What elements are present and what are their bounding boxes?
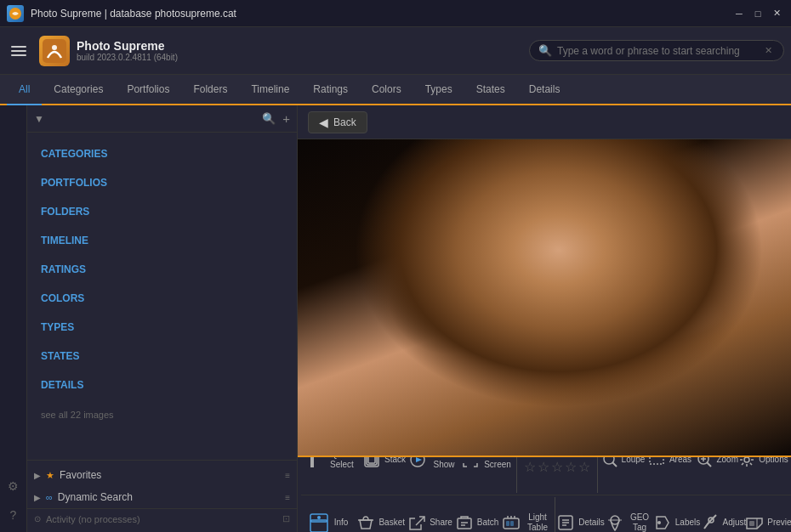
adjust-icon [701, 511, 720, 533]
tab-timeline[interactable]: Timeline [239, 75, 301, 105]
geo-tag-button[interactable]: GEO Tag [604, 506, 653, 533]
details-button[interactable]: Details [557, 506, 604, 533]
favorites-star-icon: ★ [46, 470, 54, 481]
tab-types[interactable]: Types [413, 75, 464, 105]
sidebar-item-categories[interactable]: CATEGORIES [27, 139, 297, 168]
geo-tag-icon [606, 511, 624, 533]
adjust-label: Adjust [723, 518, 747, 528]
back-bar: ◀ Back [298, 105, 791, 139]
app-name: Photo Supreme [77, 39, 178, 53]
loupe-button[interactable]: Loupe [600, 456, 646, 478]
tab-details[interactable]: Details [517, 75, 572, 105]
details-label: Details [578, 518, 605, 528]
star-rating-area: ☆ ☆ ☆ ☆ ☆ [519, 456, 595, 493]
tab-ratings[interactable]: Ratings [301, 75, 360, 105]
portrait-image [298, 139, 791, 456]
favorites-expand-arrow: ▶ [34, 471, 41, 480]
activity-label: Activity (no processes) [46, 514, 140, 524]
tab-portfolios[interactable]: Portfolios [115, 75, 181, 105]
sidebar-item-details[interactable]: DETAILS [27, 371, 297, 399]
sidebar-dynamic-search-item[interactable]: ▶ ∞ Dynamic Search ≡ [27, 486, 297, 508]
adjust-button[interactable]: Adjust [700, 506, 747, 533]
sidebar-item-colors[interactable]: COLORS [27, 284, 297, 313]
hamburger-menu-button[interactable] [7, 39, 31, 63]
minimize-button[interactable]: ─ [731, 6, 747, 21]
tab-categories[interactable]: Categories [42, 75, 115, 105]
svg-point-36 [744, 457, 749, 462]
labels-icon [653, 511, 672, 533]
help-icon[interactable]: ? [3, 505, 24, 525]
options-button[interactable]: Options [740, 456, 787, 478]
sidebar-bottom: ▶ ★ Favorites ≡ ▶ ∞ Dynamic Search ≡ ⊙ A… [27, 460, 297, 532]
full-screen-button[interactable]: Full Screen [460, 456, 515, 478]
quick-select-label: Quick Select [325, 456, 359, 470]
loupe-icon [601, 456, 618, 472]
maximize-button[interactable]: □ [750, 6, 765, 21]
sidebar-item-types[interactable]: TYPES [27, 313, 297, 342]
svg-marker-28 [416, 457, 422, 462]
search-clear-button[interactable]: ✕ [765, 45, 772, 56]
stack-button[interactable]: Stack [361, 456, 407, 478]
image-viewer [298, 139, 791, 456]
app-header: Photo Supreme build 2023.0.2.4811 (64bit… [0, 27, 791, 75]
search-input[interactable] [557, 45, 761, 57]
share-icon [407, 511, 426, 533]
preview-button[interactable]: Preview [747, 506, 791, 533]
main-layout: ⚙ ? ▼ 🔍 + CATEGORIES PORTFOLIOS FOLDERS … [0, 105, 791, 532]
star-4[interactable]: ☆ [565, 459, 577, 475]
window-controls: ─ □ ✕ [731, 6, 784, 21]
full-sidebar: ⚙ ? ▼ 🔍 + CATEGORIES PORTFOLIOS FOLDERS … [0, 105, 298, 532]
light-table-button[interactable]: Light Table [500, 506, 553, 533]
see-all-images: see all 22 images [27, 399, 297, 430]
basket-button[interactable]: Basket [354, 506, 407, 533]
basket-icon [356, 511, 375, 533]
app-logo-text: Photo Supreme build 2023.0.2.4811 (64bit… [77, 39, 178, 62]
settings-icon[interactable]: ⚙ [3, 476, 24, 496]
app-icon [7, 5, 24, 22]
back-button[interactable]: ◀ Back [308, 111, 367, 133]
batch-button[interactable]: Batch [453, 506, 500, 533]
light-table-label: Light Table [524, 512, 551, 533]
app-build: build 2023.0.2.4811 (64bit) [77, 53, 178, 62]
star-1[interactable]: ☆ [524, 459, 536, 475]
labels-button[interactable]: Labels [653, 506, 700, 533]
sidebar-add-icon[interactable]: + [282, 111, 290, 126]
activity-expand-icon[interactable]: ⊡ [282, 513, 290, 524]
favorites-menu-icon[interactable]: ≡ [285, 471, 290, 480]
sidebar-item-timeline[interactable]: TIMELINE [27, 226, 297, 255]
share-button[interactable]: Share [407, 506, 453, 533]
divider-1 [516, 456, 517, 493]
search-icon: 🔍 [538, 44, 552, 57]
window-title: Photo Supreme | database photosupreme.ca… [31, 8, 731, 20]
svg-line-33 [707, 462, 711, 467]
sidebar-item-ratings[interactable]: RATINGS [27, 255, 297, 284]
sidebar-search-icon[interactable]: 🔍 [262, 112, 276, 125]
full-screen-icon [462, 456, 479, 472]
dynamic-search-expand-arrow: ▶ [34, 493, 41, 502]
svg-point-2 [52, 45, 57, 50]
sidebar-content: CATEGORIES PORTFOLIOS FOLDERS TIMELINE R… [27, 133, 297, 460]
tab-colors[interactable]: Colors [360, 75, 413, 105]
favorites-label: Favorites [60, 469, 280, 481]
svg-rect-31 [650, 456, 663, 464]
divider-2 [597, 456, 598, 493]
close-button[interactable]: ✕ [769, 6, 784, 21]
zoom-label: Zoom [716, 456, 738, 465]
tab-all[interactable]: All [7, 75, 42, 105]
star-3[interactable]: ☆ [551, 459, 563, 475]
slide-show-button[interactable]: Slide Show [407, 456, 460, 478]
star-5[interactable]: ☆ [578, 459, 590, 475]
sidebar-item-folders[interactable]: FOLDERS [27, 197, 297, 226]
sidebar-favorites-item[interactable]: ▶ ★ Favorites ≡ [27, 464, 297, 486]
dynamic-search-menu-icon[interactable]: ≡ [285, 493, 290, 502]
tab-folders[interactable]: Folders [181, 75, 239, 105]
info-button[interactable]: Info [301, 506, 354, 533]
basket-label: Basket [378, 518, 405, 528]
quick-select-button[interactable]: Quick Select [301, 456, 361, 478]
tab-states[interactable]: States [464, 75, 517, 105]
sidebar-item-portfolios[interactable]: PORTFOLIOS [27, 168, 297, 197]
areas-button[interactable]: Areas [646, 456, 693, 478]
star-2[interactable]: ☆ [538, 459, 549, 475]
sidebar-item-states[interactable]: STATES [27, 342, 297, 371]
zoom-button[interactable]: Zoom [693, 456, 740, 478]
